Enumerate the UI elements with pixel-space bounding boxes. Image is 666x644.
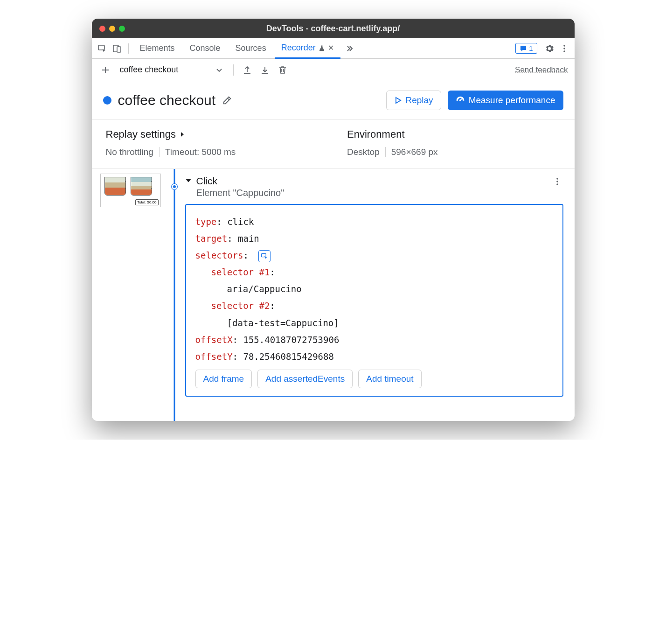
divider: [128, 43, 129, 54]
detail-selector-2[interactable]: selector #2:: [195, 297, 553, 314]
measure-performance-button[interactable]: Measure performance: [448, 91, 563, 110]
divider: [385, 147, 386, 157]
dimensions-value: 596×669 px: [391, 147, 438, 157]
timeout-value: Timeout: 5000 ms: [165, 147, 236, 157]
new-recording-icon[interactable]: [98, 63, 112, 77]
recording-title: coffee checkout: [118, 92, 216, 108]
device-toolbar-icon[interactable]: [111, 42, 124, 55]
svg-point-7: [556, 178, 558, 180]
step-title: Click: [196, 175, 284, 187]
play-icon: [394, 97, 402, 104]
flask-icon: [319, 45, 325, 51]
kebab-menu-icon[interactable]: [558, 42, 571, 55]
detail-selector-2-value[interactable]: [data-test=Cappucino]: [195, 315, 553, 331]
detail-offsety[interactable]: offsetY: 78.25460815429688: [195, 348, 553, 365]
environment-settings: Environment Desktop 596×669 px: [319, 128, 561, 157]
close-tab-icon[interactable]: ✕: [328, 43, 334, 52]
issues-count: 1: [529, 44, 533, 52]
step-header: Click Element "Cappucino": [185, 175, 563, 198]
issues-badge[interactable]: 1: [515, 43, 537, 54]
svg-rect-2: [117, 47, 121, 52]
add-timeout-button[interactable]: Add timeout: [358, 370, 421, 388]
tab-elements[interactable]: Elements: [133, 38, 181, 59]
more-tabs-icon[interactable]: [342, 42, 355, 55]
recording-status-dot: [103, 96, 111, 105]
track-line: [173, 169, 175, 421]
svg-point-5: [563, 50, 565, 52]
caret-right-icon: [180, 132, 185, 137]
message-icon: [520, 45, 527, 52]
recording-header: coffee checkout Replay Measure performan…: [92, 81, 575, 119]
export-icon[interactable]: [240, 63, 254, 77]
settings-row: Replay settings No throttling Timeout: 5…: [92, 119, 575, 169]
tab-recorder-label: Recorder: [281, 43, 316, 53]
timeline-area: Total: $0.00 Click Element "Cappucino": [92, 169, 575, 421]
device-value: Desktop: [347, 147, 380, 157]
delete-icon[interactable]: [276, 63, 290, 77]
gauge-icon: [456, 96, 465, 105]
step-collapse-toggle[interactable]: [185, 177, 192, 184]
send-feedback-link[interactable]: Send feedback: [515, 65, 568, 75]
step-column: Click Element "Cappucino" type: click ta…: [182, 169, 575, 421]
divider: [233, 64, 234, 76]
edit-title-icon[interactable]: [222, 95, 232, 105]
detail-target[interactable]: target: main: [195, 230, 553, 247]
svg-point-3: [563, 45, 565, 47]
cup-icon: [131, 177, 152, 196]
maximize-window-button[interactable]: [119, 26, 125, 32]
settings-icon[interactable]: [543, 42, 556, 55]
thumbnail-total: Total: $0.00: [135, 199, 158, 205]
track-dot: [172, 184, 177, 189]
svg-rect-0: [98, 45, 104, 50]
replay-settings: Replay settings No throttling Timeout: 5…: [106, 128, 319, 157]
divider: [159, 147, 160, 157]
step-more-icon[interactable]: [551, 175, 563, 188]
replay-button-label: Replay: [405, 95, 433, 105]
chevron-down-icon: [215, 66, 223, 74]
window-title: DevTools - coffee-cart.netlify.app/: [92, 24, 575, 34]
detail-selectors[interactable]: selectors:: [195, 247, 553, 264]
replay-settings-title[interactable]: Replay settings: [106, 128, 319, 140]
traffic-lights: [99, 26, 125, 32]
step-thumbnail[interactable]: Total: $0.00: [100, 174, 161, 207]
svg-point-8: [556, 181, 558, 182]
throttling-value: No throttling: [106, 147, 153, 157]
detail-selector-1[interactable]: selector #1:: [195, 264, 553, 280]
tab-console[interactable]: Console: [183, 38, 227, 59]
devtools-tabbar: Elements Console Sources Recorder ✕ 1: [92, 38, 575, 59]
timeline-track: [166, 169, 182, 421]
environment-label: Environment: [347, 128, 405, 140]
step-subtitle: Element "Cappucino": [196, 188, 284, 198]
minimize-window-button[interactable]: [109, 26, 115, 32]
thumbnail-column: Total: $0.00: [92, 169, 166, 421]
titlebar: DevTools - coffee-cart.netlify.app/: [92, 19, 575, 38]
measure-button-label: Measure performance: [469, 95, 555, 105]
environment-title: Environment: [347, 128, 561, 140]
replay-settings-label: Replay settings: [106, 128, 176, 140]
cup-icon: [104, 177, 126, 196]
recorder-toolbar: coffee checkout Send feedback: [92, 59, 575, 81]
add-assertedevents-button[interactable]: Add assertedEvents: [257, 370, 353, 388]
detail-selector-1-value[interactable]: aria/Cappucino: [195, 280, 553, 297]
inspect-element-icon[interactable]: [96, 42, 109, 55]
tab-recorder[interactable]: Recorder ✕: [275, 38, 340, 59]
step-details: type: click target: main selectors: sele…: [185, 204, 563, 397]
detail-offsetx[interactable]: offsetX: 155.40187072753906: [195, 331, 553, 348]
replay-button[interactable]: Replay: [386, 91, 441, 110]
selector-picker-button[interactable]: [258, 250, 271, 262]
svg-rect-10: [262, 253, 266, 257]
add-frame-button[interactable]: Add frame: [195, 370, 252, 388]
svg-point-9: [556, 183, 558, 185]
recording-select[interactable]: coffee checkout: [116, 63, 227, 77]
detail-type[interactable]: type: click: [195, 213, 553, 230]
tab-sources[interactable]: Sources: [229, 38, 273, 59]
svg-point-4: [563, 48, 565, 49]
import-icon[interactable]: [258, 63, 272, 77]
recording-select-value: coffee checkout: [120, 65, 179, 75]
svg-point-6: [459, 100, 461, 101]
add-buttons-row: Add frame Add assertedEvents Add timeout: [195, 370, 553, 388]
devtools-window: DevTools - coffee-cart.netlify.app/ Elem…: [92, 19, 575, 421]
close-window-button[interactable]: [99, 26, 105, 32]
